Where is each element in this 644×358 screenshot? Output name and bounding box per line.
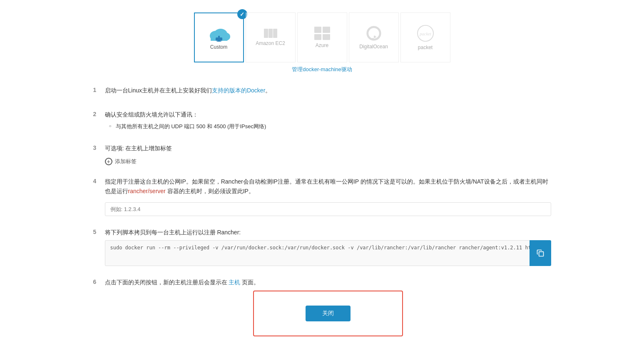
bullet-suffix: (用于IPsec网络) [226, 123, 266, 129]
copy-script-button[interactable] [530, 240, 551, 266]
ec2-icon [264, 29, 277, 38]
step-5: 5 将下列脚本拷贝到每一台主机上运行以注册 Rancher: sudo dock… [93, 228, 551, 266]
step-6-text-after: 页面。 [240, 279, 259, 286]
step-3-number: 3 [93, 144, 105, 151]
ec2-label: Amazon EC2 [256, 40, 285, 46]
azure-label: Azure [316, 42, 328, 48]
page-wrapper: ✓ Custom Amazon EC2 [0, 0, 644, 358]
step-4-number: 4 [93, 177, 105, 184]
step-1-number: 1 [93, 86, 105, 93]
step-1-text-before: 启动一台Linux主机并在主机上安装好我们 [105, 87, 212, 94]
svg-rect-5 [218, 36, 220, 42]
bullet-port500: 500 [196, 123, 206, 129]
step-1-text-after: 。 [265, 87, 271, 94]
provider-card-custom[interactable]: ✓ Custom [194, 12, 244, 62]
step-5-number: 5 [93, 228, 105, 235]
step-6-content: 点击下面的关闭按钮，新的主机注册后会显示在 主机 页面。 关闭 [105, 278, 551, 336]
add-tag-label: 添加标签 [115, 158, 137, 165]
step-6-number: 6 [93, 278, 105, 285]
step-4-content: 指定用于注册这台主机的公网IP。如果留空，Rancher会自动检测IP注册。通常… [105, 177, 551, 216]
custom-label: Custom [210, 44, 227, 50]
script-row: sudo docker run --rm --privileged -v /va… [105, 240, 551, 266]
step-1-title: 启动一台Linux主机并在主机上安装好我们支持的版本的Docker。 [105, 86, 551, 95]
manage-link-row: 管理docker-machine驱动 [17, 66, 627, 73]
step-1: 1 启动一台Linux主机并在主机上安装好我们支持的版本的Docker。 [93, 86, 551, 98]
step-2-content: 确认安全组或防火墙允许以下通讯： 与其他所有主机之间的 UDP 端口 500 和… [105, 110, 551, 132]
step-4-text-after: 容器的主机时，则必须设置此IP。 [166, 188, 254, 194]
step-2-bullet-1: 与其他所有主机之间的 UDP 端口 500 和 4500 (用于IPsec网络) [109, 123, 551, 130]
ip-input[interactable] [105, 202, 551, 216]
step-5-title: 将下列脚本拷贝到每一台主机上运行以注册 Rancher: [105, 228, 551, 237]
step-3-content: 可选项: 在主机上增加标签 + 添加标签 [105, 144, 551, 165]
step-6: 6 点击下面的关闭按钮，新的主机注册后会显示在 主机 页面。 关闭 [93, 278, 551, 336]
step-2-title: 确认安全组或防火墙允许以下通讯： [105, 110, 551, 119]
provider-card-do[interactable]: DigitalOcean [349, 12, 399, 62]
bullet-port4500: 4500 [214, 123, 226, 129]
step-6-host-link[interactable]: 主机 [229, 279, 240, 286]
do-icon [366, 25, 382, 41]
script-textarea[interactable]: sudo docker run --rm --privileged -v /va… [105, 240, 530, 266]
bullet-prefix: 与其他所有主机之间的 [116, 123, 172, 129]
step-6-text-before: 点击下面的关闭按钮，新的主机注册后会显示在 [105, 279, 229, 286]
plus-circle-icon: + [105, 158, 112, 165]
close-box: 关闭 [253, 291, 403, 336]
step-5-content: 将下列脚本拷贝到每一台主机上运行以注册 Rancher: sudo docker… [105, 228, 551, 266]
copy-icon [536, 249, 545, 257]
step-3: 3 可选项: 在主机上增加标签 + 添加标签 [93, 144, 551, 165]
provider-card-azure[interactable]: Azure [297, 12, 347, 62]
do-label: DigitalOcean [359, 44, 388, 50]
steps-container: 1 启动一台Linux主机并在主机上安装好我们支持的版本的Docker。 2 确… [93, 86, 551, 336]
close-area: 关闭 [105, 291, 551, 336]
provider-card-packet[interactable]: packet packet [400, 12, 450, 62]
step-2-bullets: 与其他所有主机之间的 UDP 端口 500 和 4500 (用于IPsec网络) [105, 123, 551, 130]
step-2: 2 确认安全组或防火墙允许以下通讯： 与其他所有主机之间的 UDP 端口 500… [93, 110, 551, 132]
custom-cloud-icon [207, 25, 231, 42]
provider-selector: ✓ Custom Amazon EC2 [17, 12, 627, 62]
svg-text:packet: packet [419, 32, 431, 36]
close-button[interactable]: 关闭 [306, 306, 351, 321]
step-1-content: 启动一台Linux主机并在主机上安装好我们支持的版本的Docker。 [105, 86, 551, 98]
packet-icon: packet [417, 25, 434, 42]
step-6-title: 点击下面的关闭按钮，新的主机注册后会显示在 主机 页面。 [105, 278, 551, 287]
bullet-mid2: 和 [205, 123, 214, 129]
manage-driver-link[interactable]: 管理docker-machine驱动 [292, 66, 352, 72]
step-4-code: rancher/server [128, 188, 166, 194]
add-tag-button[interactable]: + 添加标签 [105, 158, 137, 165]
step-4: 4 指定用于注册这台主机的公网IP。如果留空，Rancher会自动检测IP注册。… [93, 177, 551, 216]
step-1-link[interactable]: 支持的版本的Docker [212, 87, 265, 94]
bullet-udp: UDP [171, 123, 182, 129]
svg-point-6 [216, 41, 221, 42]
step-3-title: 可选项: 在主机上增加标签 [105, 144, 551, 153]
svg-rect-10 [539, 252, 543, 256]
bullet-mid1: 端口 [182, 123, 196, 129]
packet-label: packet [418, 45, 433, 50]
azure-icon [314, 27, 330, 40]
provider-card-ec2[interactable]: Amazon EC2 [246, 12, 296, 62]
step-4-desc: 指定用于注册这台主机的公网IP。如果留空，Rancher会自动检测IP注册。通常… [105, 177, 551, 196]
step-2-number: 2 [93, 110, 105, 117]
